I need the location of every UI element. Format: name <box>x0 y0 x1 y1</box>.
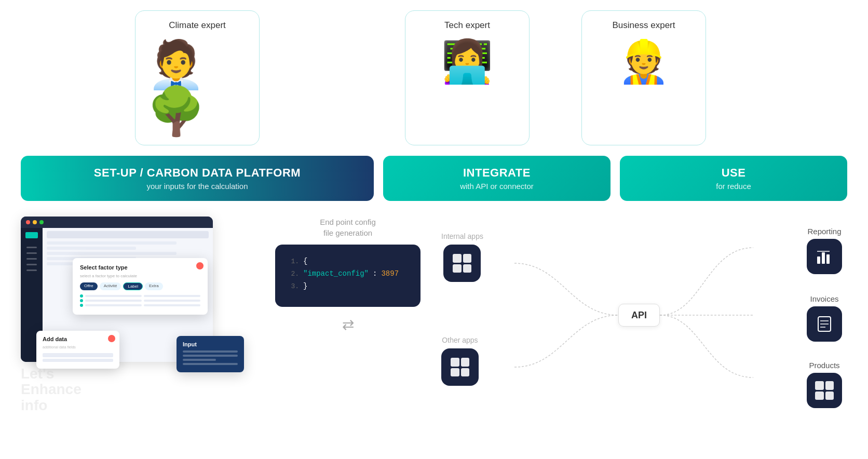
icon-sq <box>451 368 459 377</box>
tech-expert-emoji: 👩‍💻 <box>441 41 493 83</box>
code-num-2: 2. <box>290 270 299 278</box>
content-row <box>47 247 136 250</box>
svg-rect-2 <box>826 254 830 264</box>
watermark: Let's Enhance info <box>21 366 82 414</box>
setup-banner: SET-UP / CARBON DATA PLATFORM your input… <box>21 156 374 201</box>
tech-expert-card: Tech expert 👩‍💻 <box>405 10 530 145</box>
invoices-group: Invoices <box>807 294 842 342</box>
code-line-2: 2. "impact_config" : 3897 <box>290 269 406 278</box>
diagram-container: Internal apps Ot <box>431 217 847 414</box>
code-num-1: 1. <box>290 258 299 265</box>
add-data-row <box>43 353 113 357</box>
add-data-close-button[interactable] <box>108 335 115 342</box>
icon-sq <box>461 368 470 377</box>
window-dot-green <box>39 220 44 224</box>
svg-rect-0 <box>817 256 820 264</box>
use-banner: USE for reduce <box>620 156 847 201</box>
mockup-titlebar <box>21 217 213 228</box>
icon-sq <box>453 254 462 263</box>
code-key: "impact_config" <box>303 269 369 278</box>
input-line <box>183 359 216 361</box>
sidebar-item <box>26 258 37 260</box>
row-line-short <box>144 304 200 306</box>
modal-data-row <box>80 294 200 298</box>
content-row <box>47 241 177 245</box>
endpoint-line2: file generation <box>323 228 372 237</box>
window-dot-red <box>26 220 30 224</box>
chip-extra[interactable]: Extra <box>145 282 163 290</box>
products-group: Products <box>807 361 842 408</box>
app-icon-grid <box>451 358 469 376</box>
input-modal-title: Input <box>183 341 238 347</box>
icon-sq <box>461 358 470 367</box>
reporting-label: Reporting <box>807 227 841 236</box>
data-line <box>43 353 113 357</box>
row-line-short <box>144 300 200 302</box>
tech-expert-title: Tech expert <box>444 20 490 31</box>
code-bracket-close: } <box>303 282 307 290</box>
window-dot-yellow <box>33 220 37 224</box>
code-bracket-open: { <box>303 257 307 265</box>
app-icon-grid <box>453 254 471 273</box>
ui-mockup: Select factor type select a factor type … <box>21 217 265 414</box>
input-line <box>183 363 238 365</box>
internal-apps-label: Internal apps <box>441 232 483 240</box>
row-dot <box>80 299 83 302</box>
add-data-modal-title: Add data <box>43 336 113 342</box>
endpoint-section: End point config file generation 1. { 2.… <box>275 217 421 343</box>
watermark-line3: info <box>21 398 82 414</box>
chip-inactive[interactable]: Activité <box>100 282 121 290</box>
business-expert-emoji: 👷 <box>618 41 670 83</box>
row-line <box>85 295 142 297</box>
add-data-row <box>43 359 113 362</box>
icon-sq <box>463 264 472 273</box>
other-apps-label: Other apps <box>441 336 479 344</box>
invoices-icon-svg <box>815 315 834 333</box>
content-header-bar <box>47 231 209 238</box>
endpoint-label: End point config file generation <box>320 217 376 238</box>
chip-active[interactable]: Offre <box>80 282 98 290</box>
integrate-banner-subtitle: with API or connector <box>460 182 534 191</box>
icon-sq <box>825 392 834 400</box>
icon-sq <box>815 392 824 400</box>
modal-data-row <box>80 299 200 302</box>
watermark-line1: Let's <box>21 366 82 382</box>
watermark-line2: Enhance <box>21 382 82 398</box>
climate-expert-title: Climate expert <box>169 20 226 31</box>
ui-mockup-section: Select factor type select a factor type … <box>21 217 265 414</box>
business-expert-card: Business expert 👷 <box>581 10 706 145</box>
modal-chips: Offre Activité Label Extra <box>80 282 200 290</box>
reporting-icon <box>807 239 842 274</box>
code-line-3: 3. } <box>290 282 406 290</box>
invoices-icon <box>807 306 842 342</box>
setup-banner-subtitle: your inputs for the calculation <box>146 182 248 191</box>
code-line-1: 1. { <box>290 257 406 265</box>
climate-expert-card: Climate expert 🧑‍💼🌳 <box>135 10 260 145</box>
icon-sq <box>463 254 472 263</box>
select-factor-modal: Select factor type select a factor type … <box>73 258 208 315</box>
add-data-modal-subtitle: additional data fields <box>43 345 113 349</box>
add-data-modal: Add data additional data fields <box>36 331 119 369</box>
modal-close-button[interactable] <box>196 262 204 269</box>
input-modal: Input <box>177 336 244 372</box>
row-dot <box>80 304 83 307</box>
integrate-banner-title: INTEGRATE <box>463 166 531 180</box>
sidebar-item <box>26 269 37 271</box>
row-line <box>85 304 142 306</box>
reporting-icon-svg <box>815 247 834 266</box>
use-banner-title: USE <box>722 166 746 180</box>
modal-data-row <box>80 304 200 307</box>
invoices-label: Invoices <box>810 294 838 303</box>
other-apps-icon <box>441 348 479 386</box>
climate-expert-emoji: 🧑‍💼🌳 <box>147 41 248 134</box>
row-line <box>85 300 142 302</box>
internal-apps-icon <box>443 245 481 282</box>
sidebar-item <box>26 264 37 265</box>
other-apps-group: Other apps <box>441 336 479 386</box>
row-line-short <box>144 295 200 297</box>
products-label: Products <box>809 361 839 370</box>
data-line <box>43 359 113 362</box>
products-icon-grid <box>815 381 834 400</box>
chip-label[interactable]: Label <box>123 282 143 290</box>
api-box: API <box>618 304 660 327</box>
